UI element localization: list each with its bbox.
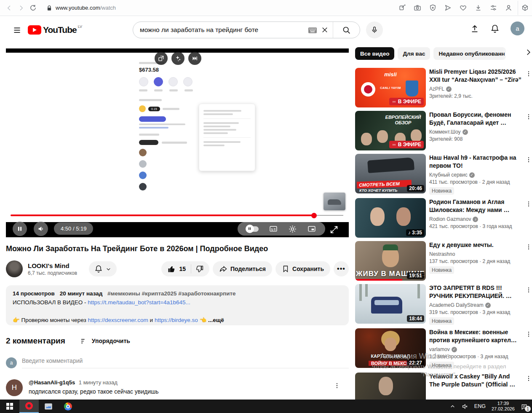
voice-search-button[interactable] [366, 21, 383, 38]
description-box[interactable]: 14 просмотров 20 минут назад #мемкоины #… [6, 285, 349, 325]
video-title[interactable]: Yelawolf x Caskey "Billy And The Purple … [429, 373, 522, 389]
thumbnail[interactable]: ♪ 3:35 [355, 198, 426, 238]
thumbnail[interactable]: ЖИВУ В МАШИНЕ 19:51 [355, 241, 426, 281]
related-video-2[interactable]: ЕВРОПЕЙСКИЙ ОБЗОР В ЭФИРЕ Провал Борусси… [355, 111, 532, 150]
browser-reload-icon[interactable] [27, 2, 39, 14]
video-channel[interactable]: varlamov✓ [429, 346, 522, 352]
comment-author[interactable]: @HasanAli-g1q5s [29, 379, 75, 386]
extensions-cube-icon[interactable] [518, 1, 532, 15]
dexscreener-link[interactable]: https://dexscreener.com [88, 317, 148, 323]
video-menu-icon[interactable] [525, 286, 532, 293]
related-video-4[interactable]: ♪ 3:35 Родион Газманов и Аглая Шиловская… [355, 198, 532, 238]
thumbnail[interactable]: СМОТРЕТЬ ВСЕМ КТО ХОЧЕТ КУПИТЬ 20:46 [355, 154, 426, 193]
related-video-3[interactable]: СМОТРЕТЬ ВСЕМ КТО ХОЧЕТ КУПИТЬ 20:46 Наш… [355, 154, 532, 195]
video-menu-icon[interactable] [525, 243, 532, 250]
dislike-button[interactable] [191, 265, 209, 273]
upload-icon[interactable] [470, 24, 479, 33]
like-button[interactable]: 15 [161, 265, 191, 273]
video-menu-icon[interactable] [525, 374, 532, 382]
next-video-preview-thumbnail[interactable] [323, 193, 345, 210]
heart-icon[interactable] [458, 2, 468, 14]
chip-recent[interactable]: Недавно опубликованн [433, 47, 506, 60]
related-video-1[interactable]: misli CANLI YAYIM В ЭФИРЕ Misli Premyer … [355, 68, 532, 107]
video-menu-icon[interactable] [525, 330, 532, 338]
thumbnail[interactable]: 18:44 [355, 284, 426, 324]
language-indicator[interactable]: ENG [474, 403, 486, 409]
save-button[interactable]: Сохранить [275, 261, 330, 276]
video-channel[interactable]: Клубный сервис✓ [429, 172, 522, 178]
tray-chevron-up-icon[interactable] [450, 402, 455, 410]
video-channel[interactable]: Nestrashno [429, 251, 522, 257]
video-player[interactable]: $673.58 0.15 [6, 48, 349, 237]
more-actions-button[interactable]: ••• [334, 261, 349, 276]
video-title[interactable]: Еду к девушке мечты. [429, 241, 522, 249]
menu-hamburger-icon[interactable] [8, 21, 25, 38]
progress-scrubber[interactable] [311, 213, 317, 218]
video-channel[interactable]: Коммент.Шоу✓ [429, 129, 522, 135]
commenter-avatar[interactable]: H [6, 379, 23, 396]
chip-for-you[interactable]: Для вас [398, 47, 430, 60]
fullscreen-button[interactable] [329, 225, 339, 234]
download-icon[interactable] [473, 2, 483, 14]
taskbar-clock[interactable]: 17:39 27.02.2026 [492, 401, 515, 412]
video-title[interactable]: ЭТО ЗАПРЕТЯТ В RDS !!! РУЧНИК РЕКУПЕРАЦИ… [429, 284, 522, 300]
shield-block-icon[interactable] [428, 2, 438, 14]
video-title[interactable]: Родион Газманов и Аглая Шиловская: Между… [429, 198, 522, 214]
volume-button[interactable] [34, 222, 48, 236]
start-button[interactable] [0, 400, 19, 413]
autoplay-toggle[interactable] [246, 226, 259, 232]
related-video-6[interactable]: 18:44 ЭТО ЗАПРЕТЯТ В RDS !!! РУЧНИК РЕКУ… [355, 284, 532, 325]
video-title[interactable]: Война в Мексике: военные против крупнейш… [429, 328, 522, 344]
video-channel[interactable]: AcademeG DailyStream✓ [429, 302, 522, 308]
video-menu-icon[interactable] [525, 70, 532, 77]
taskbar-chrome[interactable] [58, 400, 78, 413]
video-channel[interactable]: AzPFL✓ [429, 86, 522, 92]
send-icon[interactable] [443, 2, 453, 14]
related-video-5[interactable]: ЖИВУ В МАШИНЕ 19:51 Еду к девушке мечты.… [355, 241, 532, 281]
video-menu-icon[interactable] [525, 156, 532, 163]
channel-name[interactable]: LOOKI's Mind [28, 262, 77, 269]
video-menu-icon[interactable] [525, 113, 532, 120]
taskbar-task-manager[interactable] [39, 400, 58, 413]
keyboard-icon[interactable] [308, 26, 317, 34]
volume-muted-icon[interactable] [461, 402, 468, 410]
chip-all[interactable]: Все видео [355, 47, 394, 60]
comment-menu-icon[interactable] [334, 381, 340, 389]
progress-bar[interactable] [11, 215, 343, 216]
channel-avatar[interactable] [6, 260, 23, 277]
settings-gear-button[interactable] [288, 225, 297, 233]
filters-icon[interactable] [488, 2, 498, 14]
address-bar[interactable]: www.youtube.com/watch [46, 4, 397, 12]
camera-icon[interactable] [412, 2, 422, 14]
hashtags[interactable]: #мемкоины #крипта2025 #заработокнакрпите [107, 290, 235, 297]
ai-sparkles-icon[interactable] [171, 52, 184, 65]
miniplayer-button[interactable] [307, 225, 317, 233]
taskbar-opera[interactable] [19, 400, 39, 413]
pause-button[interactable] [13, 222, 27, 236]
clear-search-icon[interactable] [321, 26, 329, 34]
search-button[interactable] [333, 21, 360, 38]
browser-forward-icon[interactable] [15, 2, 27, 14]
skip-next-icon[interactable] [188, 52, 201, 65]
bot-link[interactable]: https://t.me/taudau_bot?start=4a1b645... [88, 299, 190, 306]
video-title[interactable]: Наш Haval h9 - Катастрофа на первом ТО! [429, 154, 522, 170]
share-button[interactable]: Поделиться [213, 261, 272, 276]
popout-video-icon[interactable] [155, 52, 168, 65]
related-video-7[interactable]: КАРТЕЛЬ НАЧАЛ ВОЙНУ В МЕКСИ 22:27 Война … [355, 328, 532, 369]
notifications-bell-icon[interactable] [490, 24, 500, 33]
video-menu-icon[interactable] [525, 200, 532, 207]
show-more-button[interactable]: ...ещё [208, 317, 224, 323]
subscribed-bell-button[interactable] [89, 261, 117, 276]
video-title[interactable]: Провал Боруссии, феномен Будё, Галатасар… [429, 111, 522, 127]
account-avatar[interactable]: a [511, 21, 524, 35]
search-input[interactable] [133, 26, 308, 34]
video-title[interactable]: Misli Premyer Liqası 2025/2026 XXII tur … [429, 68, 522, 84]
comment-input[interactable]: Введите комментарий [22, 357, 349, 368]
chips-scroll-right-icon[interactable] [524, 48, 532, 56]
birdeye-link[interactable]: https://birdeye.so [155, 317, 198, 323]
thumbnail[interactable]: ЕВРОПЕЙСКИЙ ОБЗОР В ЭФИРЕ [355, 111, 426, 150]
sort-comments-button[interactable]: Упорядочить [80, 338, 130, 345]
notifications-icon[interactable]: 1 [521, 402, 528, 410]
subtitles-button[interactable] [268, 225, 278, 233]
browser-back-icon[interactable] [3, 2, 15, 14]
